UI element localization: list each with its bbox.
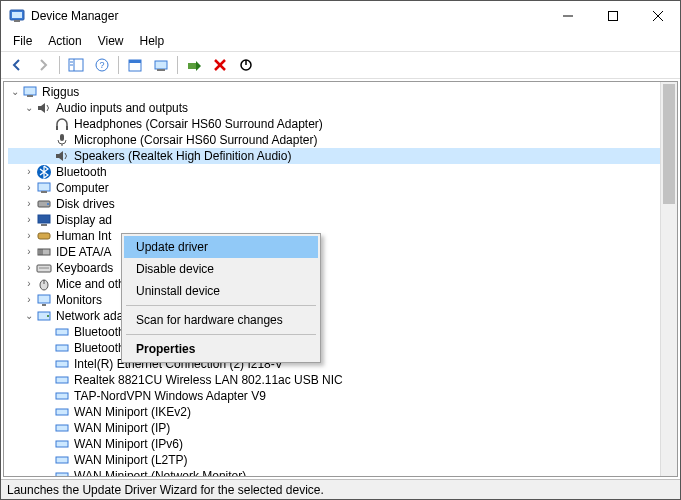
category-mice[interactable]: › Mice and other pointing devices (8, 276, 660, 292)
chevron-right-icon[interactable]: › (22, 229, 36, 243)
help-button[interactable]: ? (90, 54, 114, 76)
category-monitors[interactable]: › Monitors (8, 292, 660, 308)
keyboard-icon (36, 260, 52, 276)
device-wan-ikev2[interactable]: WAN Miniport (IKEv2) (8, 404, 660, 420)
menu-help[interactable]: Help (132, 32, 173, 50)
svg-rect-1 (12, 12, 22, 18)
chevron-right-icon[interactable]: › (22, 213, 36, 227)
back-button[interactable] (5, 54, 29, 76)
chevron-down-icon[interactable]: ⌄ (22, 101, 36, 115)
category-label: Bluetooth (56, 164, 107, 180)
ctx-update-driver[interactable]: Update driver (124, 236, 318, 258)
ctx-properties[interactable]: Properties (124, 338, 318, 360)
root-label: Riggus (42, 84, 79, 100)
device-realtek-wifi[interactable]: Realtek 8821CU Wireless LAN 802.11ac USB… (8, 372, 660, 388)
device-bt-rfcomm[interactable]: Bluetooth Device (RFCOMM Protocol TDI) #… (8, 340, 660, 356)
tree-root[interactable]: ⌄ Riggus (8, 84, 660, 100)
category-display-adapters[interactable]: › Display ad (8, 212, 660, 228)
category-label: Computer (56, 180, 109, 196)
ctx-separator (126, 305, 316, 306)
svg-rect-22 (27, 95, 33, 97)
device-wan-ipv6[interactable]: WAN Miniport (IPv6) (8, 436, 660, 452)
svg-rect-46 (56, 329, 68, 335)
svg-rect-49 (56, 377, 68, 383)
microphone-icon (54, 132, 70, 148)
device-tree[interactable]: ⌄ Riggus ⌄ Audio inputs and outputs Head… (4, 82, 660, 476)
svg-rect-4 (608, 12, 617, 21)
ctx-scan-hardware[interactable]: Scan for hardware changes (124, 309, 318, 331)
computer-icon (22, 84, 38, 100)
chevron-right-icon[interactable]: › (22, 277, 36, 291)
chevron-right-icon[interactable]: › (22, 245, 36, 259)
category-keyboards[interactable]: › Keyboards (8, 260, 660, 276)
svg-rect-21 (24, 87, 36, 95)
menu-action[interactable]: Action (40, 32, 89, 50)
ctx-uninstall-device[interactable]: Uninstall device (124, 280, 318, 302)
network-adapter-icon (54, 468, 70, 476)
menu-bar: File Action View Help (1, 31, 680, 51)
category-audio[interactable]: ⌄ Audio inputs and outputs (8, 100, 660, 116)
menu-file[interactable]: File (5, 32, 40, 50)
status-bar: Launches the Update Driver Wizard for th… (1, 479, 680, 499)
svg-rect-32 (38, 215, 50, 223)
chevron-right-icon[interactable]: › (22, 181, 36, 195)
category-hid[interactable]: › Human Int (8, 228, 660, 244)
svg-rect-33 (41, 224, 47, 226)
chevron-down-icon[interactable]: ⌄ (22, 309, 36, 323)
device-label: TAP-NordVPN Windows Adapter V9 (74, 388, 266, 404)
toolbar: ? (1, 51, 680, 79)
chevron-right-icon[interactable]: › (22, 261, 36, 275)
menu-view[interactable]: View (90, 32, 132, 50)
device-speakers[interactable]: Speakers (Realtek High Definition Audio) (8, 148, 660, 164)
svg-rect-15 (155, 61, 167, 69)
close-button[interactable] (635, 1, 680, 31)
calendar-button[interactable] (123, 54, 147, 76)
update-driver-button[interactable] (182, 54, 206, 76)
disable-button[interactable] (234, 54, 258, 76)
uninstall-button[interactable] (208, 54, 232, 76)
scrollbar-thumb[interactable] (663, 84, 675, 204)
svg-rect-24 (66, 126, 68, 130)
forward-button[interactable] (31, 54, 55, 76)
show-hide-tree-button[interactable] (64, 54, 88, 76)
vertical-scrollbar[interactable] (660, 82, 677, 476)
device-bt-pan[interactable]: Bluetooth Device (Personal Area Network)… (8, 324, 660, 340)
svg-rect-25 (60, 134, 64, 141)
category-computer[interactable]: › Computer (8, 180, 660, 196)
maximize-button[interactable] (590, 1, 635, 31)
svg-rect-23 (56, 126, 58, 130)
svg-rect-54 (56, 457, 68, 463)
category-label: Disk drives (56, 196, 115, 212)
chevron-right-icon[interactable]: › (22, 165, 36, 179)
category-bluetooth[interactable]: › Bluetooth (8, 164, 660, 180)
network-adapter-icon (54, 452, 70, 468)
device-microphone[interactable]: Microphone (Corsair HS60 Surround Adapte… (8, 132, 660, 148)
category-network[interactable]: ⌄ Network adapters (8, 308, 660, 324)
category-disk-drives[interactable]: › Disk drives (8, 196, 660, 212)
device-wan-netmon[interactable]: WAN Miniport (Network Monitor) (8, 468, 660, 476)
device-label: WAN Miniport (IKEv2) (74, 404, 191, 420)
chevron-right-icon[interactable]: › (22, 197, 36, 211)
minimize-button[interactable] (545, 1, 590, 31)
speaker-icon (36, 100, 52, 116)
ctx-disable-device[interactable]: Disable device (124, 258, 318, 280)
category-ide[interactable]: › IDE ATA/A (8, 244, 660, 260)
svg-rect-17 (188, 63, 196, 69)
device-tap-nord[interactable]: TAP-NordVPN Windows Adapter V9 (8, 388, 660, 404)
ide-icon (36, 244, 52, 260)
device-label: WAN Miniport (IP) (74, 420, 170, 436)
scan-hardware-button[interactable] (149, 54, 173, 76)
network-adapter-icon (54, 388, 70, 404)
device-intel-eth[interactable]: Intel(R) Ethernet Connection (2) I218-V (8, 356, 660, 372)
device-manager-window: Device Manager File Action View Help ? ⌄ (0, 0, 681, 500)
device-headphones[interactable]: Headphones (Corsair HS60 Surround Adapte… (8, 116, 660, 132)
svg-rect-34 (38, 233, 50, 239)
chevron-right-icon[interactable]: › (22, 293, 36, 307)
chevron-down-icon[interactable]: ⌄ (8, 85, 22, 99)
window-title: Device Manager (31, 9, 118, 23)
bluetooth-icon (36, 164, 52, 180)
device-wan-ip[interactable]: WAN Miniport (IP) (8, 420, 660, 436)
device-wan-l2tp[interactable]: WAN Miniport (L2TP) (8, 452, 660, 468)
svg-point-45 (47, 315, 49, 317)
device-label: Realtek 8821CU Wireless LAN 802.11ac USB… (74, 372, 343, 388)
